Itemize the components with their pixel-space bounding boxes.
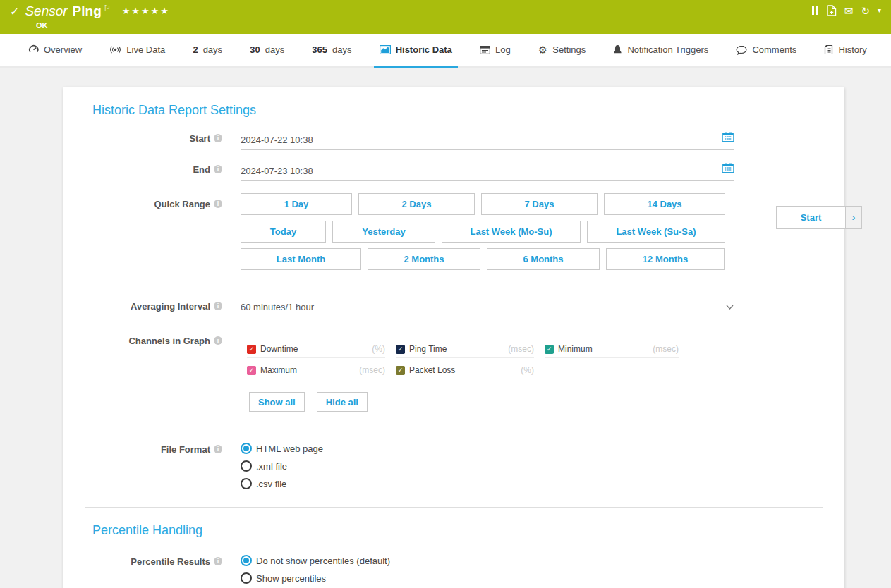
start-report-split-button[interactable]: Start ›	[776, 206, 862, 229]
field-label-text: Quick Range	[154, 199, 210, 209]
tab-label: days	[203, 44, 222, 55]
priority-stars[interactable]: ★★★★★	[122, 6, 170, 16]
sensor-tabbar: Overview Live Data 2 days 30 days 365 da…	[0, 34, 891, 68]
radio-html-web-page[interactable]: HTML web page	[241, 443, 734, 454]
quick-range-button[interactable]: 14 Days	[604, 193, 725, 215]
check-glyph: ✓	[398, 345, 404, 353]
radio-do-not-show-percentiles[interactable]: Do not show percentiles (default)	[241, 555, 734, 566]
quick-range-button[interactable]: 2 Months	[368, 248, 480, 270]
channel-name: Downtime	[260, 344, 298, 354]
channel-ping-time[interactable]: ✓ Ping Time (msec)	[396, 344, 534, 358]
tab-label-number: 2	[193, 44, 198, 55]
radio-label: .xml file	[256, 461, 287, 472]
end-date-input[interactable]: 2024-07-23 10:38	[241, 163, 734, 181]
info-icon[interactable]: i	[214, 445, 222, 453]
tab-log[interactable]: Log	[474, 34, 516, 68]
quick-range-button[interactable]: Last Week (Su-Sa)	[587, 221, 725, 243]
channels-in-graph-label: Channels in Graphi	[63, 336, 222, 412]
settings-card: Historic Data Report Settings Starti 202…	[63, 87, 844, 588]
radio-show-percentiles[interactable]: Show percentiles	[241, 572, 734, 584]
info-icon[interactable]: i	[214, 557, 222, 565]
channel-downtime[interactable]: ✓ Downtime (%)	[247, 344, 385, 358]
channel-minimum[interactable]: ✓ Minimum (msec)	[545, 344, 679, 358]
tab-notification-triggers[interactable]: Notification Triggers	[607, 34, 714, 68]
check-glyph: ✓	[547, 345, 552, 353]
averaging-interval-select[interactable]: 60 minutes/1 hour	[241, 300, 734, 317]
hide-all-button[interactable]: Hide all	[317, 392, 368, 412]
averaging-interval-value[interactable]: 60 minutes/1 hour	[241, 302, 726, 312]
tab-365-days[interactable]: 365 days	[306, 34, 357, 68]
info-icon[interactable]: i	[214, 336, 222, 345]
checkbox-checked-icon[interactable]: ✓	[247, 345, 256, 354]
quick-range-button[interactable]: 6 Months	[487, 248, 600, 270]
check-glyph: ✓	[249, 367, 255, 374]
radio-unselected-icon[interactable]	[241, 478, 252, 489]
field-label-text: File Format	[161, 444, 210, 455]
radio-selected-icon[interactable]	[241, 555, 252, 566]
radio-csv-file[interactable]: .csv file	[241, 478, 734, 489]
email-icon[interactable]: ✉	[844, 6, 854, 16]
area-chart-icon	[380, 45, 391, 54]
gear-icon: ⚙	[538, 44, 547, 55]
percentile-results-label: Percentile Resultsi	[63, 555, 222, 588]
end-date-value[interactable]: 2024-07-23 10:38	[241, 166, 722, 176]
averaging-interval-label: Averaging Intervali	[63, 300, 222, 317]
channel-packet-loss[interactable]: ✓ Packet Loss (%)	[396, 365, 534, 379]
quick-range-button[interactable]: 12 Months	[606, 248, 725, 270]
history-icon	[824, 44, 833, 55]
channel-unit: (msec)	[508, 344, 534, 354]
start-report-chevron-icon[interactable]: ›	[845, 207, 861, 228]
start-date-input[interactable]: 2024-07-22 10:38	[241, 132, 734, 150]
tab-label: Live Data	[126, 44, 165, 55]
radio-unselected-icon[interactable]	[241, 460, 252, 472]
checkbox-checked-icon[interactable]: ✓	[396, 366, 405, 375]
checkbox-checked-icon[interactable]: ✓	[545, 345, 554, 354]
quick-range-button[interactable]: Last Month	[241, 248, 361, 270]
tab-30-days[interactable]: 30 days	[244, 34, 290, 68]
quick-range-button[interactable]: 2 Days	[358, 193, 475, 215]
quick-range-label: Quick Rangei	[63, 193, 222, 276]
log-icon	[480, 46, 490, 54]
checkbox-checked-icon[interactable]: ✓	[396, 345, 405, 354]
live-icon	[109, 45, 121, 54]
calendar-icon[interactable]	[722, 163, 734, 176]
info-icon[interactable]: i	[214, 302, 222, 310]
quick-range-button[interactable]: Today	[241, 221, 326, 243]
start-date-value[interactable]: 2024-07-22 10:38	[241, 135, 722, 145]
refresh-icon[interactable]: ↻	[861, 6, 870, 16]
checkbox-checked-icon[interactable]: ✓	[247, 366, 256, 375]
section-divider	[85, 507, 823, 508]
start-report-button[interactable]: Start	[777, 207, 845, 228]
tab-label: days	[265, 44, 284, 55]
info-icon[interactable]: i	[214, 165, 222, 173]
calendar-icon[interactable]	[722, 132, 734, 145]
show-all-button[interactable]: Show all	[249, 392, 305, 412]
tab-settings[interactable]: ⚙ Settings	[533, 34, 591, 68]
tab-live-data[interactable]: Live Data	[104, 34, 171, 68]
channel-maximum[interactable]: ✓ Maximum (msec)	[247, 365, 385, 379]
tab-overview[interactable]: Overview	[23, 34, 87, 68]
quick-range-button[interactable]: Yesterday	[332, 221, 435, 243]
flag-icon[interactable]: ⚐	[104, 4, 111, 13]
tab-historic-data[interactable]: Historic Data	[374, 34, 458, 68]
info-icon[interactable]: i	[214, 134, 222, 142]
start-label: Starti	[63, 132, 222, 150]
quick-range-button[interactable]: 7 Days	[481, 193, 598, 215]
comment-icon	[736, 45, 747, 55]
radio-unselected-icon[interactable]	[241, 572, 252, 584]
radio-selected-icon[interactable]	[241, 443, 252, 454]
radio-xml-file[interactable]: .xml file	[241, 460, 734, 472]
chevron-down-icon[interactable]	[726, 300, 734, 312]
tab-2-days[interactable]: 2 days	[187, 34, 228, 68]
menu-caret-icon[interactable]: ▾	[878, 7, 881, 14]
quick-range-button[interactable]: 1 Day	[241, 193, 352, 215]
tab-comments[interactable]: Comments	[730, 34, 802, 68]
info-icon[interactable]: i	[214, 200, 222, 208]
pause-icon[interactable]	[812, 6, 818, 15]
tab-label-number: 365	[312, 44, 327, 55]
quick-range-button[interactable]: Last Week (Mo-Su)	[442, 221, 581, 243]
add-report-icon[interactable]	[826, 5, 837, 16]
tab-history[interactable]: History	[818, 34, 872, 68]
radio-label: Show percentiles	[256, 573, 326, 584]
field-label-text: Channels in Graph	[128, 336, 210, 346]
